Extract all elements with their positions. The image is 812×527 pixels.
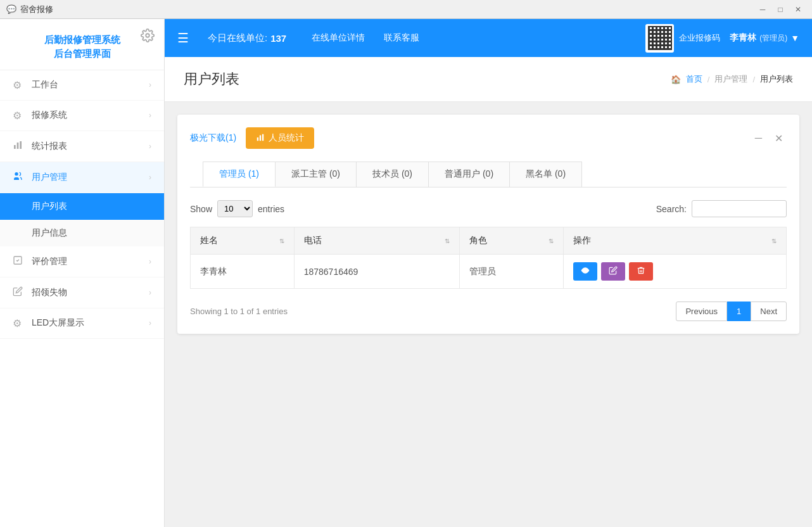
window-controls: ─ □ ✕ — [755, 3, 806, 16]
users-icon — [13, 171, 25, 184]
cell-name: 李青林 — [191, 255, 295, 289]
app-icon: 💬 — [6, 4, 16, 14]
sort-icon: ⇅ — [279, 238, 284, 244]
reports-icon — [13, 140, 25, 153]
delete-icon — [637, 267, 645, 277]
sidebar-item-evaluation[interactable]: 评价管理 › — [0, 246, 164, 277]
svg-point-0 — [146, 34, 149, 37]
page-header: 用户列表 🏠 首页 / 用户管理 / 用户列表 — [165, 57, 812, 102]
sidebar-title: 后勤报修管理系统 后台管理界面 — [6, 32, 158, 60]
online-stats: 今日在线单位: 137 — [208, 32, 286, 44]
tab-admin[interactable]: 管理员 (1) — [203, 162, 276, 187]
svg-rect-1 — [14, 145, 16, 149]
led-icon: ⚙ — [13, 317, 25, 329]
qr-label: 企业报修码 — [679, 32, 720, 44]
sort-icon: ⇅ — [549, 238, 554, 244]
pagination-area: Showing 1 to 1 of 1 entries Previous 1 N… — [190, 302, 787, 321]
search-box: Search: — [656, 200, 787, 217]
chevron-right-icon: › — [149, 257, 151, 266]
data-table: 姓名 ⇅ 电话 ⇅ — [190, 227, 787, 289]
online-detail-link[interactable]: 在线单位详情 — [312, 32, 365, 44]
pagination-controls: Previous 1 Next — [676, 302, 787, 321]
th-phone[interactable]: 电话 ⇅ — [294, 227, 460, 255]
sidebar-item-led[interactable]: ⚙ LED大屏显示 › — [0, 308, 164, 339]
chevron-right-icon: › — [149, 319, 151, 327]
tab-dispatcher[interactable]: 派工主管 (0) — [275, 162, 357, 187]
breadcrumb-current: 用户列表 — [760, 73, 793, 85]
staff-stats-button[interactable]: 人员统计 — [246, 127, 314, 149]
eye-icon — [581, 267, 590, 277]
card-close-button[interactable]: ✕ — [771, 131, 787, 146]
view-button[interactable] — [573, 262, 597, 281]
chevron-right-icon: › — [149, 80, 151, 89]
svg-rect-7 — [260, 135, 261, 141]
show-entries: Show 10 25 50 100 entries — [190, 200, 284, 217]
sidebar-item-workbench[interactable]: ⚙ 工作台 › — [0, 70, 164, 101]
settings-icon[interactable] — [141, 29, 155, 44]
previous-button[interactable]: Previous — [676, 302, 727, 321]
edit-button[interactable] — [601, 262, 625, 281]
menu-icon[interactable]: ☰ — [177, 30, 189, 46]
sidebar-item-lost[interactable]: 招领失物 › — [0, 277, 164, 308]
breadcrumb: 🏠 首页 / 用户管理 / 用户列表 — [671, 73, 793, 85]
bar-chart-icon — [256, 133, 265, 144]
chevron-right-icon: › — [149, 142, 151, 151]
minimize-button[interactable]: ─ — [755, 3, 770, 16]
home-icon: 🏠 — [671, 75, 681, 84]
chevron-right-icon: › — [149, 173, 151, 182]
delete-button[interactable] — [629, 262, 653, 281]
th-role[interactable]: 角色 ⇅ — [460, 227, 564, 255]
breadcrumb-parent: 用户管理 — [714, 73, 747, 85]
sidebar-nav: ⚙ 工作台 › ⚙ 报修系统 › 统计报表 — [0, 70, 164, 339]
next-button[interactable]: Next — [751, 302, 787, 321]
tab-technician[interactable]: 技术员 (0) — [356, 162, 429, 187]
sidebar-item-label: 用户管理 — [32, 172, 67, 183]
user-tabs: 管理员 (1) 派工主管 (0) 技术员 (0) 普通用户 (0) — [190, 162, 787, 187]
titlebar: 💬 宿舍报修 ─ □ ✕ — [0, 0, 812, 19]
page-1-button[interactable]: 1 — [727, 302, 751, 321]
sidebar-subitem-user-info[interactable]: 用户信息 — [0, 220, 164, 246]
maximize-button[interactable]: □ — [773, 3, 788, 16]
pagination-info: Showing 1 to 1 of 1 entries — [190, 307, 288, 316]
topbar-right: 企业报修码 李青林 (管理员) ▼ — [645, 24, 799, 53]
table-body: 李青林 18786716469 管理员 — [191, 255, 787, 289]
svg-rect-2 — [17, 143, 19, 149]
close-button[interactable]: ✕ — [790, 3, 806, 16]
sidebar-item-label: 报修系统 — [32, 110, 67, 121]
search-input[interactable] — [692, 200, 787, 217]
cell-role: 管理员 — [460, 255, 564, 289]
sort-icon: ⇅ — [771, 238, 777, 244]
main-card: 极光下载(1) 人员统计 ─ ✕ — [177, 115, 799, 334]
user-menu[interactable]: 李青林 (管理员) ▼ — [730, 32, 799, 44]
breadcrumb-home[interactable]: 首页 — [686, 73, 702, 85]
sidebar-item-label: 评价管理 — [32, 256, 67, 267]
svg-rect-6 — [257, 137, 258, 141]
svg-point-9 — [584, 269, 587, 272]
entries-select[interactable]: 10 25 50 100 — [217, 200, 253, 217]
breadcrumb-separator: / — [752, 75, 755, 84]
chevron-right-icon: › — [149, 111, 151, 120]
sidebar-item-label: 统计报表 — [32, 141, 67, 152]
sidebar-subitem-user-list[interactable]: 用户列表 — [0, 193, 164, 220]
tab-blacklist[interactable]: 黑名单 (0) — [509, 162, 582, 187]
page-title: 用户列表 — [184, 70, 239, 89]
sidebar-item-repair[interactable]: ⚙ 报修系统 › — [0, 101, 164, 131]
contact-link[interactable]: 联系客服 — [384, 32, 419, 44]
lost-icon — [13, 286, 25, 299]
svg-rect-3 — [20, 141, 22, 149]
edit-icon — [609, 267, 618, 277]
content-area: ☰ 今日在线单位: 137 在线单位详情 联系客服 企业报修码 李青林 (管理员… — [165, 19, 812, 527]
aurora-download-link[interactable]: 极光下载(1) — [190, 132, 236, 144]
chevron-down-icon: ▼ — [790, 33, 799, 43]
titlebar-title: 💬 宿舍报修 — [6, 4, 53, 15]
th-actions[interactable]: 操作 ⇅ — [563, 227, 786, 255]
card-minimize-button[interactable]: ─ — [751, 131, 766, 146]
tab-normal[interactable]: 普通用户 (0) — [428, 162, 510, 187]
sidebar-item-label: LED大屏显示 — [32, 317, 84, 329]
sidebar-item-users[interactable]: 用户管理 › — [0, 162, 164, 193]
cell-phone: 18786716469 — [294, 255, 460, 289]
sidebar-item-reports[interactable]: 统计报表 › — [0, 131, 164, 162]
breadcrumb-separator: / — [707, 75, 710, 84]
th-name[interactable]: 姓名 ⇅ — [191, 227, 295, 255]
card-toolbar: 极光下载(1) 人员统计 ─ ✕ — [190, 127, 787, 149]
